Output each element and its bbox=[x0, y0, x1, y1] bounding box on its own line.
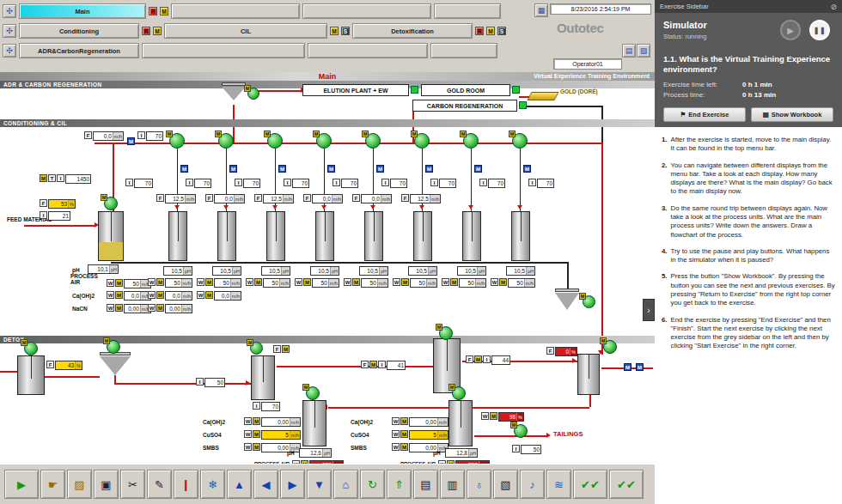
calendar-icon[interactable]: ▦ bbox=[534, 3, 548, 17]
alarm-badge-M: M bbox=[153, 27, 162, 35]
menu-row: ✣MainRM bbox=[3, 3, 501, 20]
menu-item-empty[interactable] bbox=[430, 43, 497, 58]
gold-room-label: GOLD ROOM bbox=[447, 88, 485, 94]
alarm-list-icon[interactable]: ▤ bbox=[622, 44, 636, 58]
edit-pen-button[interactable]: ✎ bbox=[147, 470, 172, 499]
environment-title: Virtual Experience Training Environment bbox=[534, 72, 650, 81]
alarm-badge-R: R bbox=[475, 27, 484, 35]
gold-room-box[interactable]: GOLD ROOM bbox=[421, 84, 510, 96]
menu-row-icon[interactable]: ✣ bbox=[3, 44, 16, 58]
gold-room-status-indicator bbox=[512, 86, 520, 94]
toolbar: ▶☛▨▣✂✎❙❄▲◀▶▼⌂↻⇑▤▥♁▧♪≋✔✔✔✔ bbox=[0, 464, 655, 504]
refresh-button[interactable]: ↻ bbox=[360, 470, 385, 499]
menu-row-icon[interactable]: ✣ bbox=[3, 24, 16, 38]
home-display-button[interactable]: ⌂ bbox=[333, 470, 358, 499]
menu-item-detoxification[interactable]: Detoxification bbox=[352, 23, 473, 39]
alarm-badge-S: S bbox=[341, 27, 350, 35]
pointer-tool-button[interactable]: ☛ bbox=[40, 470, 65, 499]
document-button[interactable]: ▤ bbox=[413, 470, 438, 499]
menu-item-cil[interactable]: CIL bbox=[164, 23, 327, 39]
exercise-sidebar: Exercise Sidebar ⊘ Simulator Status: run… bbox=[655, 0, 842, 504]
time-left-label: Exercise time left: bbox=[663, 81, 742, 88]
play-button[interactable]: ▶ bbox=[780, 20, 801, 40]
flag-icon: ⚑ bbox=[680, 111, 686, 118]
alarm-badge-M: M bbox=[330, 27, 339, 35]
acknowledge-1-button[interactable]: ✔✔ bbox=[573, 470, 607, 499]
copy-docs-button[interactable]: ▧ bbox=[493, 470, 518, 499]
instruction-text: Do the same round trip between displays … bbox=[671, 204, 835, 240]
menu-item-empty[interactable] bbox=[142, 43, 305, 58]
carbon-regeneration-label: CARBON REGENERATION bbox=[427, 103, 503, 109]
show-workbook-button[interactable]: ▤ Show Workbook bbox=[751, 107, 833, 122]
instruction-text: End the exercise by pressing "End Exerci… bbox=[671, 316, 835, 351]
instruction-item: 6.End the exercise by pressing "End Exer… bbox=[662, 316, 835, 351]
acknowledge-2-button[interactable]: ✔✔ bbox=[609, 470, 644, 499]
show-workbook-label: Show Workbook bbox=[772, 111, 822, 118]
datetime-display: 8/23/2016 2:54:19 PM bbox=[550, 3, 651, 15]
instruction-text: Press the button "Show Workbook". By pre… bbox=[671, 272, 835, 307]
nav-down-button[interactable]: ▼ bbox=[307, 470, 332, 499]
nav-right-button[interactable]: ▶ bbox=[280, 470, 305, 499]
sidebar-collapse-tab[interactable]: › bbox=[643, 299, 655, 321]
menu-item-adr-carbonregeneration[interactable]: ADR&CarbonRegeneration bbox=[19, 43, 139, 58]
instruction-number: 2. bbox=[662, 161, 668, 197]
network-globe-button[interactable]: ♁ bbox=[467, 470, 491, 499]
outotec-logo: Outotec bbox=[557, 21, 604, 35]
menu-item-empty[interactable] bbox=[171, 3, 300, 19]
simulator-block: Simulator Status: running ▶ ❚❚ bbox=[655, 13, 842, 51]
application-window: ✣MainRM✣ConditioningRMCILMSDetoxificatio… bbox=[0, 0, 842, 504]
print-button[interactable]: ▣ bbox=[94, 470, 119, 499]
gold-dore-label: GOLD (DORÉ) bbox=[560, 88, 612, 94]
cooling-tool-button[interactable]: ❄ bbox=[200, 470, 225, 499]
instructions-panel[interactable]: 1.After the exercise is started, move to… bbox=[655, 127, 842, 504]
cut-tool-button[interactable]: ✂ bbox=[120, 470, 145, 499]
end-exercise-button[interactable]: ⚑ End Exercise bbox=[663, 107, 746, 122]
run-play-button[interactable]: ▶ bbox=[4, 470, 39, 499]
elution-plant-box[interactable]: ELUTION PLANT + EW bbox=[302, 84, 409, 96]
process-time-label: Process time: bbox=[663, 91, 742, 99]
operator-display: Operator01 bbox=[553, 58, 622, 70]
menu-bar: ✣MainRM✣ConditioningRMCILMSDetoxificatio… bbox=[0, 0, 655, 72]
carbon-regeneration-box[interactable]: CARBON REGENERATION bbox=[412, 100, 517, 112]
page-up-button[interactable]: ⇑ bbox=[387, 470, 412, 499]
instruction-text: After the exercise is started, move to t… bbox=[671, 136, 835, 154]
menu-item-empty[interactable] bbox=[302, 3, 431, 19]
time-left-value: 0 h 1 min bbox=[742, 81, 772, 88]
menu-item-empty[interactable] bbox=[308, 43, 428, 58]
instruction-text: You can navigate between different displ… bbox=[671, 161, 835, 197]
section-conditioning-cil: CONDITIONING & CIL bbox=[0, 119, 655, 127]
instruction-item: 1.After the exercise is started, move to… bbox=[662, 136, 835, 154]
user-icon[interactable]: ▧ bbox=[637, 44, 650, 58]
process-background bbox=[0, 72, 655, 464]
alarm-badge-M: M bbox=[486, 27, 495, 35]
menu-item-empty[interactable] bbox=[434, 3, 501, 19]
audio-button[interactable]: ♪ bbox=[520, 470, 545, 499]
report-button[interactable]: ▥ bbox=[440, 470, 465, 499]
elution-plant-label: ELUTION PLANT + EW bbox=[323, 88, 387, 94]
sidebar-edit-icon[interactable]: ⊘ bbox=[830, 3, 837, 11]
nav-left-button[interactable]: ◀ bbox=[253, 470, 278, 499]
elution-status-indicator bbox=[411, 86, 418, 94]
pause-button[interactable]: ❚❚ bbox=[809, 20, 830, 40]
menu-item-conditioning[interactable]: Conditioning bbox=[19, 23, 139, 39]
instruction-text: Try to use the pause and play buttons. W… bbox=[671, 247, 835, 265]
instruction-item: 3.Do the same round trip between display… bbox=[662, 204, 835, 240]
alarm-badge-R: R bbox=[149, 7, 157, 15]
carbon-regen-status-indicator bbox=[519, 101, 527, 109]
open-folder-button[interactable]: ▨ bbox=[67, 470, 92, 499]
menu-row: ✣ConditioningRMCILMSDetoxificationRMS bbox=[3, 22, 506, 39]
section-detox: DETOX bbox=[0, 336, 655, 343]
temperature-tool-button[interactable]: ❙ bbox=[174, 470, 198, 499]
nav-up-button[interactable]: ▲ bbox=[227, 470, 252, 499]
menu-row-icon[interactable]: ✣ bbox=[3, 4, 16, 18]
menu-item-main[interactable]: Main bbox=[19, 3, 146, 19]
workbook-icon: ▤ bbox=[763, 111, 769, 118]
instruction-number: 1. bbox=[662, 136, 668, 154]
trend-waves-button[interactable]: ≋ bbox=[546, 470, 571, 499]
menu-row: ✣ADR&CarbonRegeneration bbox=[3, 42, 497, 59]
exercise-question: 1.1. What is the Virtual Training Experi… bbox=[655, 51, 842, 81]
exercise-times: Exercise time left: 0 h 1 min Process ti… bbox=[655, 81, 842, 103]
alarm-badge-S: S bbox=[497, 27, 506, 35]
alarm-badge-R: R bbox=[142, 27, 150, 35]
instruction-number: 4. bbox=[662, 247, 668, 265]
